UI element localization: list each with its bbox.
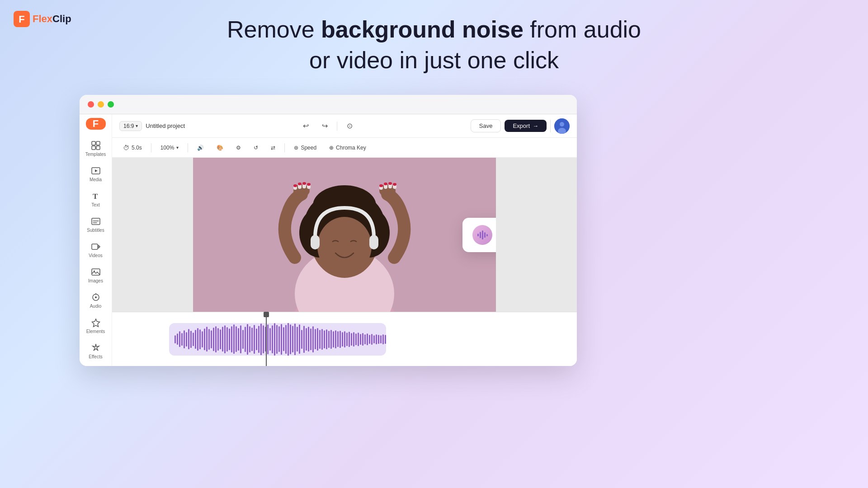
sidebar-item-tools[interactable]: Tools [82,365,109,366]
svg-rect-5 [96,146,100,150]
svg-marker-7 [95,169,98,172]
waveform-icon [476,229,488,241]
waveform-bar [340,331,341,348]
video-content [193,158,496,312]
text-label: Text [91,202,99,207]
export-button[interactable]: Export → [505,120,547,132]
waveform-bar [231,326,232,352]
color-icon: 🎨 [217,145,223,151]
waveform-bar [272,325,273,353]
svg-rect-50 [379,184,383,187]
user-avatar[interactable] [554,118,570,134]
svg-rect-44 [307,183,311,186]
camera-button[interactable]: ⊙ [343,119,356,133]
waveform-bar [190,331,192,348]
traffic-light-red[interactable] [88,101,94,108]
export-label: Export [513,122,530,129]
sidebar-item-text[interactable]: T Text [82,188,109,211]
audio-icon [91,292,101,302]
svg-rect-56 [482,230,483,239]
waveform-bar [290,324,291,354]
waveform-bar [349,332,350,347]
svg-rect-58 [486,234,488,236]
sidebar-item-videos[interactable]: Videos [82,238,109,262]
reset-button[interactable]: ↺ [250,143,262,153]
waveform-bar [184,330,185,348]
elements-label: Elements [86,329,105,334]
sidebar-item-images[interactable]: Images [82,263,109,287]
waveform-bar [303,326,305,353]
waveform-bar [362,333,363,346]
svg-point-33 [317,217,372,276]
svg-rect-9 [92,218,100,225]
sidebar-item-media[interactable]: Media [82,162,109,186]
flip-button[interactable]: ⇄ [267,143,279,153]
zoom-value: 100% [160,145,175,151]
svg-rect-52 [388,182,392,185]
waveform-bar [199,329,201,349]
sidebar-item-subtitles[interactable]: Subtitles [82,213,109,236]
speed-button[interactable]: ⊛ Speed [290,143,320,153]
images-icon [91,267,101,277]
waveform-bar [360,334,361,345]
waveform-bar [204,328,205,350]
waveform-bar [373,335,375,343]
traffic-light-green[interactable] [108,101,114,108]
waveform-bar [292,326,293,352]
color-button[interactable]: 🎨 [213,143,227,153]
svg-marker-13 [99,245,100,248]
undo-button[interactable]: ↩ [299,119,312,133]
save-button[interactable]: Save [471,119,501,132]
waveform-bar [236,326,237,352]
waveform-bar [247,324,248,355]
waveform-bar [355,333,357,345]
logo: F FlexClip [14,11,71,27]
main-area: 16:9 ▾ Untitled project ↩ ↪ ⊙ Save Expor… [112,114,577,366]
speed-label: Speed [301,145,316,151]
videos-icon [91,242,101,252]
waveform-bar [260,324,262,355]
chroma-key-button[interactable]: ⊕ Chroma Key [326,143,370,153]
waveform-bar [380,335,382,343]
waveform-bar [211,330,212,348]
volume-icon: 🔊 [197,145,204,151]
waveform-bar [206,327,208,352]
toolbar-div2 [188,143,188,152]
topbar-avatar-divider [550,120,551,132]
sidebar-logo-letter: F [93,118,99,130]
zoom-control[interactable]: 100% ▾ [157,143,183,153]
adjust-button[interactable]: ⚙ [232,143,245,153]
sidebar-item-effects[interactable]: Effects [82,339,109,363]
video-preview [193,158,496,312]
headline-normal: Remove [227,16,321,42]
waveform-bar [308,327,309,352]
ratio-chevron: ▾ [136,123,138,128]
sidebar-item-audio[interactable]: Audio [82,289,109,312]
ratio-badge[interactable]: 16:9 ▾ [119,121,142,131]
svg-rect-2 [92,141,95,145]
templates-icon [91,141,101,150]
redo-button[interactable]: ↪ [318,119,331,133]
volume-button[interactable]: 🔊 [193,143,208,153]
waveform-bar [222,327,223,352]
playhead[interactable] [266,312,267,366]
videos-label: Videos [89,253,102,258]
media-label: Media [90,177,102,182]
waveform-bar [251,328,253,351]
waveform-bar [193,333,194,346]
playhead-head [264,312,269,317]
traffic-light-yellow[interactable] [98,101,104,108]
subtitles-icon [91,216,101,226]
waveform-container[interactable] [169,323,386,356]
waveform-bar [220,329,221,349]
toolbar-div1 [151,143,151,152]
ratio-value: 16:9 [123,123,134,129]
sidebar-item-elements[interactable]: Elements [82,314,109,338]
waveform [175,323,381,356]
waveform-bar [202,331,203,347]
waveform-bar [274,323,275,356]
waveform-bar [333,331,334,347]
sidebar-item-templates[interactable]: Templates [82,137,109,160]
canvas-area: Reduce Noise [112,158,577,312]
svg-rect-53 [393,183,396,186]
